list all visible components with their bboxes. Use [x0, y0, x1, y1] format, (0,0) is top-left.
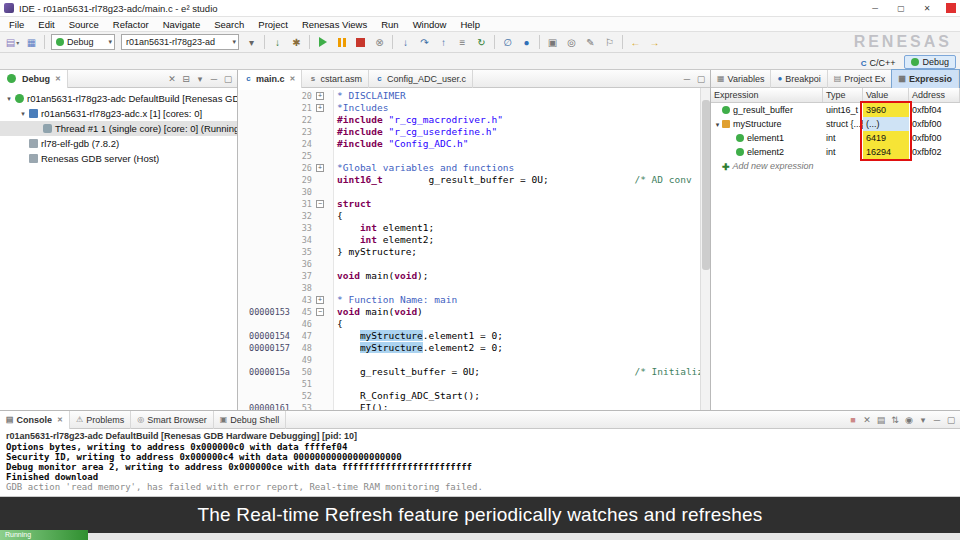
close-icon[interactable]: ✕ [290, 75, 296, 83]
step-over-button[interactable]: ↷ [416, 34, 433, 51]
tab-expressio[interactable]: ▦Expressio [892, 70, 959, 88]
maximize-icon[interactable]: ▢ [221, 74, 235, 84]
code-line[interactable]: 46{ [238, 318, 710, 330]
column-header-value[interactable]: Value [863, 88, 909, 102]
menu-help[interactable]: Help [453, 19, 487, 30]
code-line[interactable]: 26+*Global variables and functions [238, 162, 710, 174]
tab-problems[interactable]: ⚠Problems [70, 411, 131, 429]
debug-tree-item-r01an5631-rl78g23-ad[interactable]: ▾r01an5631-rl78g23-adc DefaultBuild [Ren… [0, 91, 237, 106]
flag-button[interactable]: ⚐ [601, 34, 618, 51]
menu-file[interactable]: File [2, 19, 31, 30]
step-return-button[interactable]: ↑ [435, 34, 452, 51]
new-wizard-button[interactable]: ▣ [544, 34, 561, 51]
code-line[interactable]: 25 [238, 150, 710, 162]
launch-mode-combo[interactable]: Debug▾ [51, 34, 115, 50]
skip-breakpoints-button[interactable]: ∅ [499, 34, 516, 51]
tab-console[interactable]: ▤Console✕ [0, 411, 70, 429]
code-line[interactable]: 0000015345−void main(void) [238, 306, 710, 318]
restart-button[interactable]: ↻ [473, 34, 490, 51]
code-line[interactable]: 37void main(void); [238, 270, 710, 282]
code-line[interactable]: 43+* Function Name: main [238, 294, 710, 306]
editor-tab-main-c[interactable]: cmain.c✕ [238, 70, 302, 88]
expression-row-element2[interactable]: element2int162940xfbf02 [711, 145, 960, 159]
menu-source[interactable]: Source [62, 19, 106, 30]
pin-console-icon[interactable]: ◉ [902, 415, 916, 425]
minimize-button[interactable]: ─ [862, 0, 888, 17]
debug-tree-item-renesas-gdb-server[interactable]: Renesas GDB server (Host) [0, 151, 237, 166]
fold-marker-icon[interactable]: + [316, 104, 324, 112]
expression-row-mystructure[interactable]: ▾myStructurestruct {...}(...)0xfbf00 [711, 117, 960, 131]
forward-button[interactable]: → [646, 34, 663, 51]
tab-debug-shell[interactable]: ▣Debug Shell [214, 411, 287, 429]
code-line[interactable]: 49 [238, 354, 710, 366]
code-line[interactable]: 21+*Includes [238, 102, 710, 114]
download-button[interactable]: ↓ [269, 34, 286, 51]
fold-marker-icon[interactable]: − [316, 200, 324, 208]
remove-all-icon[interactable]: ✕ [165, 74, 179, 84]
breakpoint-button[interactable]: ● [518, 34, 535, 51]
code-line[interactable]: 24#include "Config_ADC.h" [238, 138, 710, 150]
close-icon[interactable]: ✕ [55, 75, 61, 83]
debug-tree-item-rl78-elf-gdb-7-8-2[interactable]: rl78-elf-gdb (7.8.2) [0, 136, 237, 151]
column-header-expression[interactable]: Expression [711, 88, 823, 102]
display-selected-icon[interactable]: ▾ [916, 415, 930, 425]
code-line[interactable]: 0000015748 myStructure.element2 = 0; [238, 342, 710, 354]
menu-edit[interactable]: Edit [31, 19, 61, 30]
menu-refactor[interactable]: Refactor [106, 19, 156, 30]
remove-launch-icon[interactable]: ✕ [860, 415, 874, 425]
suspend-button[interactable] [333, 34, 350, 51]
terminate-icon[interactable]: ■ [846, 415, 860, 425]
resume-button[interactable] [314, 34, 331, 51]
back-button[interactable]: ← [627, 34, 644, 51]
minimize-icon[interactable]: ─ [930, 415, 944, 425]
column-header-address[interactable]: Address [909, 88, 960, 102]
menu-window[interactable]: Window [406, 19, 454, 30]
menu-navigate[interactable]: Navigate [156, 19, 208, 30]
editor-tab-config-adc-user-c[interactable]: cConfig_ADC_user.c [369, 70, 473, 88]
tab-debug[interactable]: Debug ✕ [0, 70, 68, 88]
menu-search[interactable]: Search [207, 19, 251, 30]
debug-tree-item-r01an5631-rl78g23-ad[interactable]: ▾r01an5631-rl78g23-adc.x [1] [cores: 0] [0, 106, 237, 121]
code-line[interactable]: 33 int element1; [238, 222, 710, 234]
code-line[interactable]: 0000016153 EI(); [238, 402, 710, 410]
fold-marker-icon[interactable]: + [316, 164, 324, 172]
editor-scrollbar[interactable] [700, 88, 710, 410]
code-line[interactable]: 0000015a50 g_result_buffer = 0U; /* Init… [238, 366, 710, 378]
close-button[interactable]: ✕ [914, 0, 940, 17]
maximize-icon[interactable]: ▢ [944, 415, 958, 425]
code-line[interactable]: 34 int element2; [238, 234, 710, 246]
new-button[interactable]: ▤▾ [4, 34, 21, 51]
editor-scrollbar-thumb[interactable] [702, 100, 710, 270]
fold-marker-icon[interactable]: − [316, 308, 324, 316]
column-header-type[interactable]: Type [823, 88, 863, 102]
perspective-debug[interactable]: Debug [904, 55, 956, 69]
expand-arrow-icon[interactable]: ▾ [713, 118, 722, 131]
tab-smart-browser[interactable]: ◎Smart Browser [131, 411, 214, 429]
view-menu-icon[interactable]: ▾ [193, 74, 207, 84]
menu-run[interactable]: Run [374, 19, 405, 30]
code-editor[interactable]: 20+* DISCLAIMER21+*Includes22#include "r… [238, 88, 710, 410]
disconnect-button[interactable]: ⊗ [371, 34, 388, 51]
code-line[interactable]: 29uint16_t g_result_buffer = 0U; /* AD c… [238, 174, 710, 186]
instruction-stepping-button[interactable]: ≡ [454, 34, 471, 51]
add-new-expression[interactable]: ✚Add new expression [711, 159, 960, 173]
step-into-button[interactable]: ↓ [397, 34, 414, 51]
code-line[interactable]: 31−struct [238, 198, 710, 210]
code-line[interactable]: 20+* DISCLAIMER [238, 90, 710, 102]
search-button[interactable]: ◎ [563, 34, 580, 51]
terminate-button[interactable] [352, 34, 369, 51]
code-line[interactable]: 23#include "r_cg_userdefine.h" [238, 126, 710, 138]
fold-marker-icon[interactable]: + [316, 92, 324, 100]
editor-tab-cstart-asm[interactable]: scstart.asm [302, 70, 369, 88]
expand-arrow-icon[interactable]: ▾ [18, 110, 28, 118]
debug-tree-item-thread-1-1-single[interactable]: Thread #1 1 (single core) [core: 0] (Run… [0, 121, 237, 136]
minimize-icon[interactable]: ─ [207, 74, 221, 84]
expression-row-g-result-buffer[interactable]: g_result_bufferuint16_t39600xfbf04 [711, 103, 960, 117]
clear-console-icon[interactable]: ▤ [874, 415, 888, 425]
fold-marker-icon[interactable]: + [316, 296, 324, 304]
code-line[interactable]: 0000015447 myStructure.element1 = 0; [238, 330, 710, 342]
annotate-button[interactable]: ✎ [582, 34, 599, 51]
maximize-button[interactable]: ▢ [888, 0, 914, 17]
code-line[interactable]: 36 [238, 258, 710, 270]
code-line[interactable]: 38 [238, 282, 710, 294]
